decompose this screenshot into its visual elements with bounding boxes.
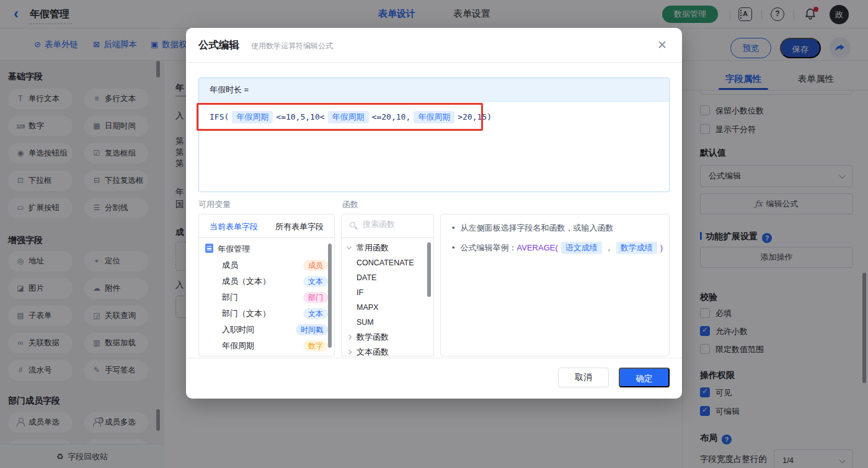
chevron-down-icon [347, 244, 352, 249]
variable-row-partial[interactable] [199, 354, 334, 356]
variable-row[interactable]: 入职时间时间戳 [199, 322, 334, 338]
type-badge: 文本 [303, 308, 328, 319]
type-badge: 部门 [303, 292, 328, 303]
function-group-common[interactable]: 常用函数 [342, 241, 433, 255]
function-item[interactable]: SUM [342, 315, 433, 330]
divider [186, 62, 682, 63]
variable-row[interactable]: 成员成员 [199, 257, 334, 273]
chevron-right-icon [347, 350, 352, 355]
hint-line-1: •从左侧面板选择字段名和函数，或输入函数 [441, 214, 669, 234]
confirm-button[interactable]: 确定 [619, 368, 670, 387]
function-group-math[interactable]: 数学函数 [342, 330, 433, 345]
variable-row[interactable]: 成员（文本）文本 [199, 273, 334, 289]
annotation-red-box [197, 103, 483, 131]
divider [186, 358, 682, 358]
modal-title: 公式编辑 [198, 38, 239, 52]
variable-row[interactable]: 部门部门 [199, 289, 334, 306]
scrollbar-thumb[interactable] [427, 242, 431, 297]
variables-panel: 当前表单字段 所有表单字段 年假管理 成员成员 成员（文本）文本 部门部门 部门… [198, 214, 335, 356]
function-group-text[interactable]: 文本函数 [342, 345, 433, 356]
tab-current-form-fields[interactable]: 当前表单字段 [210, 221, 258, 232]
hint-line-2: •公式编辑举例：AVERAGE(语文成绩，数学成绩) [441, 234, 669, 254]
screen: ‹ 年假管理 表单设计 表单设置 数据管理 A ? 政 ⊘表单外链 ⊠后端脚本 … [0, 0, 868, 468]
function-item[interactable]: DATE [342, 270, 433, 285]
search-input[interactable] [363, 219, 425, 229]
cancel-button[interactable]: 取消 [558, 368, 609, 387]
function-search [342, 214, 433, 238]
example-function: AVERAGE( [517, 243, 558, 252]
modal-subtitle: 使用数学运算符编辑公式 [251, 41, 333, 51]
function-item[interactable]: MAPX [342, 300, 433, 315]
variable-row[interactable]: 部门（文本）文本 [199, 306, 334, 322]
formula-editor-modal: 公式编辑 使用数学运算符编辑公式 ✕ 年假时长 = IFS(年假周期<=10,5… [186, 28, 682, 399]
function-item[interactable]: IF [342, 285, 433, 300]
example-field-chip: 数学成绩 [616, 242, 657, 254]
type-badge: 成员 [303, 260, 328, 271]
type-badge: 数字 [303, 340, 328, 351]
type-badge: 文本 [303, 276, 328, 287]
tab-all-form-fields[interactable]: 所有表单字段 [275, 221, 324, 232]
variables-tabs: 当前表单字段 所有表单字段 [199, 214, 334, 238]
form-tree-root[interactable]: 年假管理 [199, 241, 334, 257]
function-item[interactable]: CONCATENATE [342, 255, 433, 270]
formula-editor: 年假时长 = IFS(年假周期<=10,5,10<年假周期<=20,10,年假周… [198, 77, 670, 192]
example-field-chip: 语文成绩 [561, 242, 602, 254]
functions-label: 函数 [342, 199, 358, 210]
formula-target: 年假时长 = [199, 78, 669, 102]
hints-panel: •从左侧面板选择字段名和函数，或输入函数 •公式编辑举例：AVERAGE(语文成… [440, 214, 670, 356]
scrollbar-thumb[interactable] [328, 244, 332, 348]
functions-panel: 常用函数 CONCATENATE DATE IF MAPX SUM 数学函数 文… [341, 214, 434, 356]
type-badge: 时间戳 [296, 324, 328, 335]
close-icon[interactable]: ✕ [657, 38, 667, 52]
variables-label: 可用变量 [198, 199, 231, 210]
form-doc-icon [205, 244, 213, 253]
search-icon [350, 222, 355, 227]
chevron-right-icon [347, 335, 352, 340]
variable-row[interactable]: 年假周期数字 [199, 338, 334, 354]
